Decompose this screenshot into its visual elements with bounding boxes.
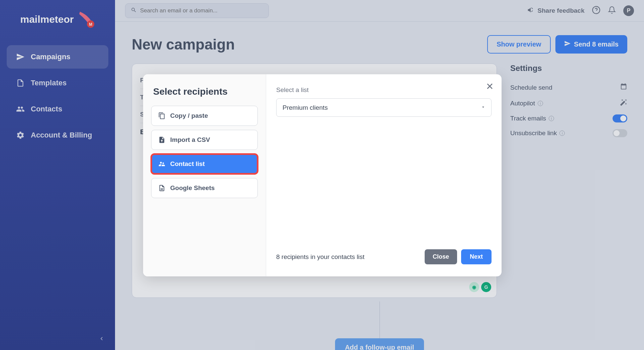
option-import-csv[interactable]: Import a CSV bbox=[151, 130, 258, 150]
select-recipients-modal: Select recipients Copy / paste Import a … bbox=[143, 74, 502, 276]
close-button[interactable]: Close bbox=[425, 249, 457, 264]
upload-file-icon bbox=[158, 136, 166, 144]
option-label: Contact list bbox=[170, 160, 205, 168]
close-label: Close bbox=[433, 253, 449, 260]
modal-content: ✕ Select a list Premium clients 8 recipi… bbox=[266, 74, 502, 276]
copy-icon bbox=[158, 112, 166, 119]
close-icon[interactable]: ✕ bbox=[486, 81, 494, 92]
option-label: Import a CSV bbox=[170, 136, 210, 144]
option-label: Copy / paste bbox=[170, 112, 208, 119]
modal-title: Select recipients bbox=[151, 86, 258, 97]
contact-list-select[interactable]: Premium clients bbox=[276, 98, 492, 117]
next-label: Next bbox=[470, 253, 483, 260]
sheets-icon bbox=[158, 184, 166, 192]
recipients-count: 8 recipients in your contacts list bbox=[276, 253, 364, 261]
select-list-label: Select a list bbox=[276, 86, 492, 94]
modal-sidebar: Select recipients Copy / paste Import a … bbox=[143, 74, 266, 276]
option-label: Google Sheets bbox=[170, 184, 215, 192]
option-google-sheets[interactable]: Google Sheets bbox=[151, 178, 258, 198]
contacts-icon bbox=[158, 160, 166, 168]
option-contact-list[interactable]: Contact list bbox=[151, 154, 258, 174]
next-button[interactable]: Next bbox=[461, 249, 492, 264]
option-copy-paste[interactable]: Copy / paste bbox=[151, 106, 258, 126]
modal-overlay[interactable]: Select recipients Copy / paste Import a … bbox=[0, 0, 644, 350]
